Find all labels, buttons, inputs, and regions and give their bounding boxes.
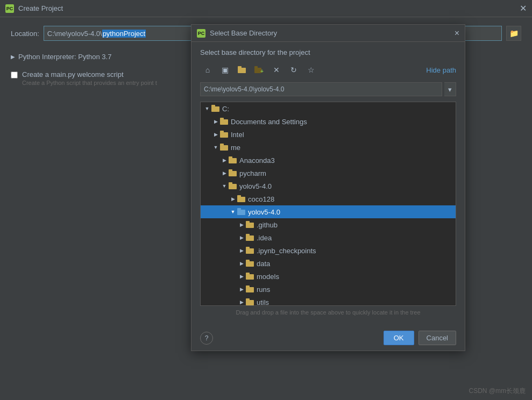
tree-label-runs: runs <box>257 285 270 294</box>
tree-arrow-models: ▶ <box>237 274 246 279</box>
folder-browse-icon: 📁 <box>509 29 519 38</box>
svg-rect-10 <box>220 131 224 133</box>
select-dir-pycharm-icon: PC <box>197 29 205 38</box>
folder-icon-yolov5inner <box>237 208 246 216</box>
tree-item-utils[interactable]: ▶utils <box>201 296 456 306</box>
tree-item-yolov5inner[interactable]: ▼yolov5-4.0 <box>201 205 456 218</box>
folder-icon-models <box>246 273 254 280</box>
tree-item-runs[interactable]: ▶runs <box>201 283 456 296</box>
folder-icon-me <box>220 144 229 151</box>
file-tree[interactable]: ▼C:▶Documents and Settings▶Intel▼me▶Anac… <box>200 102 456 306</box>
toolbar-row: ⌂ ▣ + ✕ ↻ ☆ Hide path <box>200 63 456 77</box>
tree-item-intel[interactable]: ▶Intel <box>201 128 456 141</box>
location-highlight: pythonProject <box>102 30 146 38</box>
tree-item-pycharm[interactable]: ▶pycharm <box>201 167 456 180</box>
tree-label-yolov5outer: yolov5-4.0 <box>239 182 272 190</box>
folder-icon-utils <box>246 298 254 306</box>
tree-item-yolov5outer[interactable]: ▼yolov5-4.0 <box>201 180 456 192</box>
tree-label-models: models <box>257 273 279 281</box>
tree-arrow-pycharm: ▶ <box>220 170 229 176</box>
tree-arrow-yolov5inner: ▼ <box>229 209 237 215</box>
folder-icon-docs <box>220 118 229 125</box>
toolbar-home-button[interactable]: ⌂ <box>200 63 215 77</box>
pycharm-icon: PC <box>5 4 14 13</box>
folder-icon-yolov5outer <box>229 182 237 190</box>
tree-arrow-anaconda: ▶ <box>220 158 229 163</box>
tree-label-utils: utils <box>257 298 269 306</box>
hide-path-button[interactable]: Hide path <box>426 66 456 74</box>
tree-arrow-intel: ▶ <box>211 132 220 137</box>
folder-icon-idea <box>246 234 254 241</box>
cancel-button[interactable]: Cancel <box>418 331 456 345</box>
select-dir-subtitle: Select base directory for the project <box>200 48 456 56</box>
ok-button[interactable]: OK <box>384 331 414 345</box>
location-value: C:\me\yolov5-4.0\ <box>47 30 102 38</box>
folder-icon-c <box>211 105 220 112</box>
tree-arrow-me: ▼ <box>211 145 220 150</box>
tree-item-docs[interactable]: ▶Documents and Settings <box>201 115 456 128</box>
tree-arrow-c: ▼ <box>203 106 211 111</box>
toolbar-desktop-button[interactable]: ▣ <box>217 63 232 77</box>
svg-rect-8 <box>220 118 224 120</box>
svg-rect-12 <box>220 144 224 146</box>
svg-rect-1 <box>238 66 242 69</box>
svg-rect-32 <box>246 273 250 275</box>
tree-label-me: me <box>231 144 240 152</box>
checkbox-text: Create a main.py welcome script Create a… <box>22 70 157 86</box>
tree-item-coco128[interactable]: ▶coco128 <box>201 192 456 205</box>
tree-arrow-data: ▶ <box>237 261 246 266</box>
tree-item-data[interactable]: ▶data <box>201 257 456 270</box>
toolbar-bookmark-button[interactable]: ☆ <box>303 63 318 77</box>
tree-label-c: C: <box>222 105 229 113</box>
folder-icon-data <box>246 260 254 267</box>
tree-item-github[interactable]: ▶.github <box>201 218 456 231</box>
folder-browse-button[interactable]: 📁 <box>506 26 521 41</box>
folder-icon-coco128 <box>237 195 246 203</box>
help-button[interactable]: ? <box>200 332 213 345</box>
tree-item-me[interactable]: ▼me <box>201 141 456 154</box>
tree-item-idea[interactable]: ▶.idea <box>201 231 456 244</box>
tree-label-docs: Documents and Settings <box>231 118 307 126</box>
drag-hint: Drag and drop a file into the space abov… <box>200 306 456 319</box>
create-project-title: Create Project <box>18 4 63 12</box>
folder-icon <box>238 66 246 74</box>
toolbar-refresh-button[interactable]: ↻ <box>286 63 301 77</box>
tree-item-anaconda[interactable]: ▶Anaconda3 <box>201 154 456 167</box>
svg-rect-28 <box>246 247 250 249</box>
select-dir-body: Select base directory for the project ⌂ … <box>191 42 465 325</box>
select-base-dir-dialog: PC Select Base Directory × Select base d… <box>191 24 465 351</box>
tree-label-coco128: coco128 <box>248 195 274 203</box>
checkbox-sublabel: Create a Python script that provides an … <box>22 80 157 86</box>
checkbox-label: Create a main.py welcome script <box>22 70 157 78</box>
toolbar-delete-button[interactable]: ✕ <box>269 63 284 77</box>
tree-label-ipynb: .ipynb_checkpoints <box>257 247 316 255</box>
tree-item-c[interactable]: ▼C: <box>201 102 456 115</box>
toolbar-folder-button[interactable] <box>235 63 250 77</box>
toolbar-new-folder-button[interactable]: + <box>252 63 267 77</box>
svg-rect-14 <box>229 156 232 159</box>
path-input-row: ▾ <box>200 82 456 96</box>
tree-label-yolov5inner: yolov5-4.0 <box>248 208 280 216</box>
svg-text:+: + <box>260 68 264 74</box>
interpreter-label: Python Interpreter: Python 3.7 <box>18 53 111 61</box>
tree-arrow-docs: ▶ <box>211 119 220 124</box>
select-dir-close-button[interactable]: × <box>455 28 459 38</box>
tree-item-models[interactable]: ▶models <box>201 270 456 283</box>
svg-rect-36 <box>246 298 250 301</box>
new-folder-icon: + <box>254 66 264 74</box>
main-py-checkbox[interactable] <box>11 72 18 78</box>
path-input[interactable] <box>200 82 442 96</box>
folder-icon-pycharm <box>229 169 237 177</box>
path-dropdown-button[interactable]: ▾ <box>444 82 456 96</box>
folder-icon-ipynb <box>246 247 254 254</box>
tree-arrow-ipynb: ▶ <box>237 248 246 253</box>
create-project-close-button[interactable]: ✕ <box>520 3 527 13</box>
tree-item-ipynb[interactable]: ▶.ipynb_checkpoints <box>201 244 456 257</box>
tree-label-intel: Intel <box>231 131 244 139</box>
folder-icon-runs <box>246 285 254 293</box>
tree-arrow-yolov5outer: ▼ <box>220 183 229 189</box>
svg-rect-30 <box>246 260 250 262</box>
svg-rect-3 <box>254 66 258 69</box>
tree-arrow-idea: ▶ <box>237 235 246 240</box>
svg-rect-6 <box>211 105 215 108</box>
